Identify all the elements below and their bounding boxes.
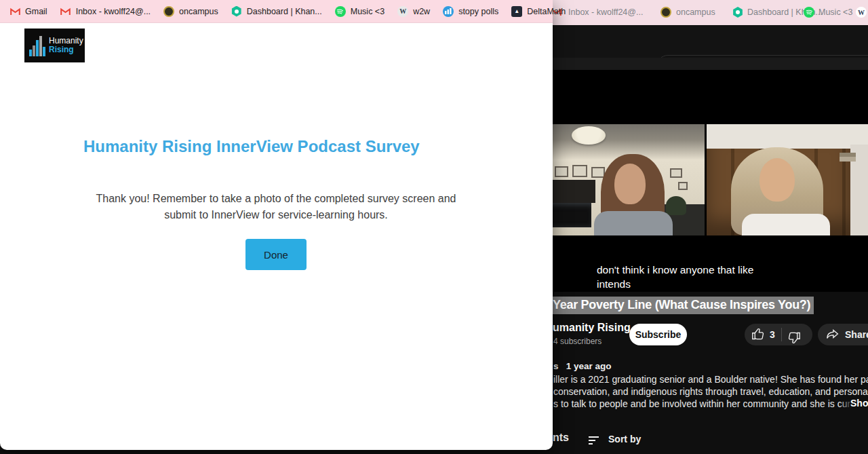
picture-frame: [555, 166, 568, 177]
sort-by-button[interactable]: Sort by: [608, 434, 641, 444]
comments-heading: nts: [553, 432, 569, 444]
bookmark-w2w[interactable]: W w2w: [397, 6, 430, 17]
upload-meta: s 1 year ago: [553, 361, 612, 371]
w2w-icon: W: [397, 6, 408, 17]
right-person-shirt: [742, 214, 830, 235]
bookmark-inbox[interactable]: Inbox - kwolff24@...: [60, 6, 151, 17]
survey-window: Gmail Inbox - kwolff24@... oncampus Dash…: [0, 0, 553, 450]
bookmark-label: w2w: [413, 7, 430, 16]
share-icon: [825, 326, 840, 343]
spotify-icon: [335, 6, 346, 17]
thumbs-down-icon[interactable]: [787, 328, 801, 345]
front-bookmarks-bar: Gmail Inbox - kwolff24@... oncampus Dash…: [0, 0, 553, 23]
bookmark-label: Dashboard | Khan...: [247, 7, 322, 16]
bookmark-inbox[interactable]: Inbox - kwolff24@...: [568, 7, 643, 17]
subscriber-count: 4 subscribers: [553, 337, 601, 346]
bookmark-stopy-polls[interactable]: stopy polls: [443, 6, 498, 17]
message-line: submit to InnerView for service-learning…: [61, 207, 491, 223]
right-person-face: [760, 158, 795, 202]
channel-name[interactable]: umanity Rising: [553, 322, 631, 334]
bookmark-label: Inbox - kwolff24@...: [76, 7, 151, 16]
picture-frame: [572, 165, 587, 177]
description-line: s to talk to people and be involved with…: [553, 398, 868, 411]
thumbs-up-icon[interactable]: [751, 327, 766, 344]
video-title: Year Poverty Line (What Cause Inspires Y…: [552, 298, 814, 312]
bookmark-oncampus[interactable]: oncampus: [163, 6, 218, 17]
caption-line: intends: [597, 277, 753, 291]
screen: Inbox - kwolff24@... oncampus Dashboard …: [0, 0, 868, 454]
picture-frame: [670, 168, 682, 178]
bookmark-oncampus[interactable]: oncampus: [676, 7, 715, 17]
air-vent: [840, 153, 856, 162]
gmail-icon: [60, 6, 71, 17]
like-dislike-bar: 3: [745, 324, 812, 345]
video-call-right-participant: [707, 124, 868, 235]
subscribe-button[interactable]: Subscribe: [629, 324, 687, 345]
show-more-link[interactable]: Show: [840, 398, 868, 409]
divider: [781, 328, 782, 341]
done-button[interactable]: Done: [245, 239, 307, 270]
khan-academy-icon: [732, 7, 743, 18]
humanity-rising-logo: Humanity Rising: [24, 29, 85, 62]
deltamath-icon: ▲: [511, 6, 522, 17]
oncampus-icon: [660, 7, 671, 18]
bookmark-music[interactable]: Music <3: [818, 7, 852, 17]
logo-text: Humanity Rising: [49, 37, 83, 54]
like-count: 3: [770, 329, 775, 340]
message-line: Thank you! Remember to take a photo of t…: [61, 191, 491, 207]
bookmark-label: stopy polls: [458, 7, 498, 16]
ceiling-light: [572, 126, 606, 145]
sort-icon: [587, 435, 601, 449]
page-title: Humanity Rising InnerView Podcast Survey: [83, 137, 420, 156]
gmail-icon: [9, 6, 20, 17]
picture-frame: [678, 182, 688, 190]
bookmark-deltamath[interactable]: ▲ DeltaMath: [511, 6, 566, 17]
share-label: Share: [845, 329, 868, 340]
video-captions: don't think i know anyone that like inte…: [597, 263, 753, 291]
bookmark-gmail[interactable]: Gmail: [9, 6, 47, 17]
left-person-shirt: [594, 211, 673, 235]
bookmark-label: DeltaMath: [527, 7, 566, 16]
khan-academy-icon: [231, 6, 242, 17]
bookmark-label: Music <3: [351, 7, 384, 16]
left-person-face: [614, 164, 646, 204]
thank-you-message: Thank you! Remember to take a photo of t…: [61, 191, 491, 223]
plant: [666, 196, 686, 215]
spotify-icon: [804, 7, 814, 18]
bookmark-label: Gmail: [25, 7, 47, 16]
caption-line: don't think i know anyone that like: [597, 263, 753, 277]
bookmark-label: oncampus: [179, 7, 218, 16]
description-line: iller is a 2021 graduating senior and a …: [553, 374, 868, 386]
bookmark-music[interactable]: Music <3: [335, 6, 384, 17]
video-title-text: Year Poverty Line (What Cause Inspires Y…: [552, 297, 814, 314]
share-button[interactable]: Share: [818, 324, 868, 345]
logo-hand-icon: [29, 35, 45, 56]
bookmark-dashboard[interactable]: Dashboard | Khan...: [231, 6, 322, 17]
w2w-icon[interactable]: W: [856, 7, 867, 18]
description-line: conservation, and indigenous rights thro…: [553, 386, 868, 398]
oncampus-icon: [163, 6, 174, 17]
polls-icon: [443, 6, 454, 17]
